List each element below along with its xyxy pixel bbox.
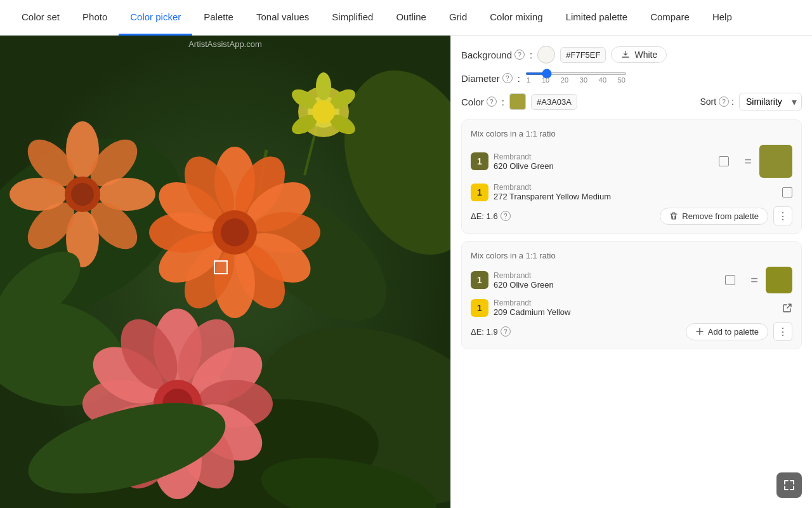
color-label: Color ? :: [461, 97, 504, 107]
nav-item-simplified[interactable]: Simplified: [320, 0, 384, 36]
paint-2-name: 272 Transparent Yellow Medium: [494, 192, 777, 201]
paint-1-info: Rembrandt 620 Olive Green: [494, 152, 714, 171]
background-row: Background ? : #F7F5EF White: [461, 46, 802, 64]
white-btn-label: White: [634, 50, 657, 60]
paint-3-brand: Rembrandt: [494, 271, 720, 280]
svg-rect-62: [622, 57, 629, 58]
mix-card-1: Mix colors in a 1:1 ratio 1 Rembrandt 62…: [461, 119, 802, 234]
paint-1-badge: 1: [471, 152, 488, 170]
paint-4-name: 209 Cadmium Yellow: [494, 307, 777, 317]
delta-1-help[interactable]: ?: [501, 211, 511, 221]
main-content: ArtistAssistApp.com: [0, 36, 812, 508]
add-label: Add to palette: [708, 327, 759, 337]
paint-3-name: 620 Olive Green: [494, 280, 720, 290]
result-swatch-2: [766, 267, 792, 293]
nav-item-compare[interactable]: Compare: [639, 0, 701, 36]
image-area[interactable]: ArtistAssistApp.com: [0, 36, 450, 508]
mix-card-1-title: Mix colors in a 1:1 ratio: [471, 129, 792, 138]
paint-row-2-2: 1 Rembrandt 209 Cadmium Yellow: [471, 298, 792, 317]
color-hex: #A3A03A: [531, 94, 577, 110]
sort-select[interactable]: Similarity Name Hue: [739, 93, 802, 110]
diameter-slider-container: 1 10 20 30 40 50: [525, 72, 627, 84]
svg-point-58: [71, 183, 94, 206]
background-help-icon[interactable]: ?: [514, 50, 525, 60]
paint-3-info: Rembrandt 620 Olive Green: [494, 271, 720, 290]
paint-4-badge: 1: [471, 299, 488, 317]
sort-select-wrapper: Similarity Name Hue: [739, 93, 802, 110]
nav-item-tonal-values[interactable]: Tonal values: [245, 0, 320, 36]
diameter-row: Diameter ? : 1 10 20 30 40 50: [461, 72, 802, 84]
nav-item-grid[interactable]: Grid: [438, 0, 478, 36]
nav-item-color-picker[interactable]: Color picker: [119, 0, 192, 36]
remove-from-palette-btn[interactable]: Remove from palette: [660, 208, 768, 225]
sidebar: Background ? : #F7F5EF White Diameter ? …: [450, 36, 812, 508]
nav-item-photo[interactable]: Photo: [71, 0, 119, 36]
background-hex: #F7F5EF: [560, 47, 606, 63]
equals-sign-2: =: [750, 273, 758, 288]
white-button[interactable]: White: [611, 46, 667, 63]
crosshair[interactable]: [214, 260, 228, 274]
sort-label: Sort ? :: [700, 97, 734, 107]
nav-item-help[interactable]: Help: [701, 0, 743, 36]
external-link-icon[interactable]: [782, 303, 792, 313]
color-swatch[interactable]: [509, 93, 526, 110]
diameter-slider[interactable]: [525, 72, 627, 75]
paint-1-checkbox[interactable]: [719, 156, 729, 166]
delta-2-help[interactable]: ?: [501, 326, 511, 337]
paint-2-checkbox[interactable]: [782, 187, 792, 197]
main-nav: Color set Photo Color picker Palette Ton…: [0, 0, 812, 36]
paint-row-2-1: 1 Rembrandt 620 Olive Green =: [471, 267, 792, 293]
paint-3-badge: 1: [471, 271, 488, 289]
paint-2-info: Rembrandt 272 Transparent Yellow Medium: [494, 183, 777, 201]
background-swatch[interactable]: [537, 46, 555, 64]
nav-item-palette[interactable]: Palette: [192, 0, 245, 36]
paint-1-name: 620 Olive Green: [494, 161, 714, 171]
trash-icon: [669, 211, 678, 220]
delta-2: ΔE: 1.9 ?: [471, 326, 511, 337]
svg-point-30: [221, 218, 249, 246]
color-row: Color ? : #A3A03A Sort ? : Similarity Na…: [461, 93, 802, 110]
mix-card-2-title: Mix colors in a 1:1 ratio: [471, 251, 792, 260]
fullscreen-button[interactable]: [776, 472, 802, 498]
paint-1-brand: Rembrandt: [494, 152, 714, 161]
mix-card-2: Mix colors in a 1:1 ratio 1 Rembrandt 62…: [461, 241, 802, 349]
paint-4-brand: Rembrandt: [494, 298, 777, 307]
result-swatch-1: [759, 145, 792, 178]
remove-label: Remove from palette: [682, 211, 759, 221]
paint-4-info: Rembrandt 209 Cadmium Yellow: [494, 298, 777, 317]
add-to-palette-btn[interactable]: Add to palette: [686, 323, 768, 340]
fullscreen-icon: [783, 479, 796, 491]
more-btn-2[interactable]: ⋮: [773, 322, 792, 341]
nav-item-outline[interactable]: Outline: [384, 0, 438, 36]
sort-help-icon[interactable]: ?: [719, 97, 729, 107]
background-label: Background ? :: [461, 50, 532, 60]
svg-point-16: [312, 100, 335, 123]
diameter-ticks: 1 10 20 30 40 50: [525, 76, 627, 84]
paint-2-brand: Rembrandt: [494, 183, 777, 192]
mix-card-2-footer: ΔE: 1.9 ? Add to palette ⋮: [471, 322, 792, 341]
plus-icon: [695, 327, 704, 336]
paint-3-checkbox[interactable]: [725, 275, 735, 285]
paint-2-badge: 1: [471, 184, 488, 201]
diameter-label: Diameter ? :: [461, 73, 520, 84]
more-btn-1[interactable]: ⋮: [773, 206, 792, 225]
nav-item-color-mixing[interactable]: Color mixing: [478, 0, 554, 36]
mix-card-1-footer: ΔE: 1.6 ? Remove from palette ⋮: [471, 206, 792, 225]
color-help-icon[interactable]: ?: [487, 97, 497, 107]
delta-1: ΔE: 1.6 ?: [471, 211, 511, 221]
paint-row-1-1: 1 Rembrandt 620 Olive Green =: [471, 145, 792, 178]
diameter-help-icon[interactable]: ?: [502, 73, 513, 83]
paint-row-1-2: 1 Rembrandt 272 Transparent Yellow Mediu…: [471, 183, 792, 201]
nav-item-limited-palette[interactable]: Limited palette: [554, 0, 639, 36]
equals-sign-1: =: [744, 154, 752, 169]
svg-point-11: [316, 72, 331, 100]
nav-item-color-set[interactable]: Color set: [10, 0, 71, 36]
download-icon: [620, 50, 631, 60]
